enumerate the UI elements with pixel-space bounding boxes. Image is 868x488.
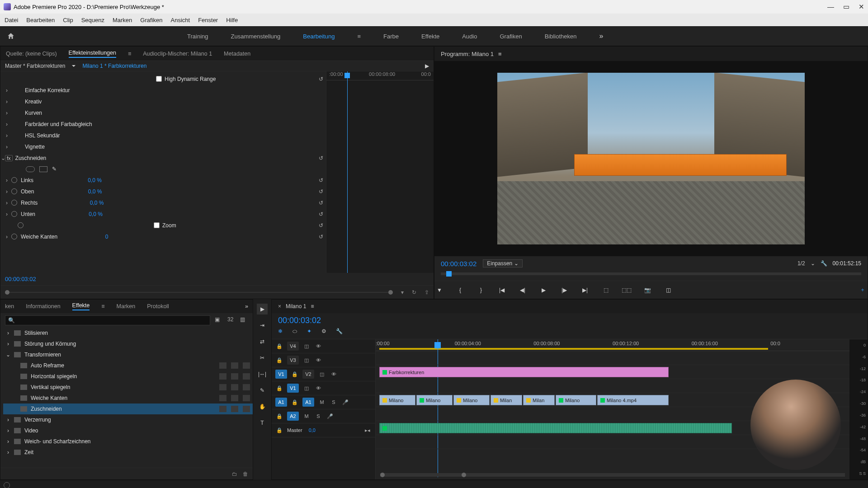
type-tool-icon[interactable]: T [257, 418, 268, 428]
tab-effects[interactable]: Effekte [72, 302, 90, 310]
wrench-icon[interactable]: 🔧 [821, 260, 827, 267]
collapse-icon[interactable]: ⌄ [0, 155, 6, 161]
tree-distort[interactable]: Verzerrung [24, 417, 51, 423]
group-vignette[interactable]: Vignette [25, 144, 45, 150]
expand-icon[interactable]: › [4, 110, 9, 116]
go-to-out-icon[interactable]: ▶| [580, 285, 590, 295]
new-bin-icon[interactable]: 🗀 [232, 471, 237, 477]
mask-ellipse-icon[interactable] [26, 166, 35, 172]
step-forward-icon[interactable]: |▶ [559, 285, 569, 295]
menu-datei[interactable]: Datei [5, 17, 18, 23]
timeline-ruler[interactable]: :00:00 00:00:04:00 00:00:08:00 00:00:12:… [376, 339, 849, 351]
go-to-in-icon[interactable]: |◀ [497, 285, 507, 295]
snap-icon[interactable]: ❄ [278, 328, 286, 336]
workspace-editing-menu-icon[interactable]: ≡ [357, 33, 361, 40]
home-icon[interactable] [6, 32, 15, 40]
tab-project-trunc[interactable]: ken [5, 303, 14, 310]
effect-vflip[interactable]: Vertikal spiegeln [31, 384, 70, 390]
timeline-timecode[interactable]: 00:00:03:02 [272, 313, 868, 328]
source-a1-label[interactable]: A1 [275, 398, 287, 407]
play-icon[interactable]: ▶ [538, 285, 548, 295]
export-frame-icon[interactable]: ⇪ [425, 289, 429, 296]
program-viewer[interactable] [434, 61, 868, 256]
expand-icon[interactable]: › [4, 121, 9, 127]
solo-button[interactable]: S [330, 399, 338, 405]
pen-tool-icon[interactable]: ✎ [257, 385, 268, 396]
track-v2-label[interactable]: V2 [302, 370, 314, 379]
expand-icon[interactable]: › [6, 427, 10, 434]
collapse-icon[interactable]: ⌄ [6, 352, 10, 358]
meter-solo[interactable]: S S [859, 471, 866, 476]
tabs-overflow-icon[interactable]: » [245, 303, 248, 310]
stopwatch-icon[interactable] [11, 234, 17, 239]
clip-video[interactable]: Milano 4.mp4 [597, 395, 669, 405]
workspace-libraries[interactable]: Bibliotheken [545, 33, 577, 40]
expand-icon[interactable]: › [6, 417, 10, 423]
expand-icon[interactable]: › [6, 438, 10, 445]
tree-time[interactable]: Zeit [24, 449, 33, 455]
hand-tool-icon[interactable]: ✋ [257, 401, 268, 412]
group-creative[interactable]: Kreativ [25, 99, 42, 105]
stopwatch-icon[interactable] [11, 211, 17, 217]
effect-crop[interactable]: Zuschneiden [31, 406, 62, 412]
toggle-output-icon[interactable]: 👁 [314, 357, 322, 363]
crop-right-value[interactable]: 0,0 % [90, 200, 104, 206]
sequence-name[interactable]: Milano 1 [286, 303, 306, 310]
step-back-icon[interactable]: ◀| [518, 285, 528, 295]
chevron-down-icon[interactable]: ⌄ [811, 260, 815, 267]
lift-icon[interactable]: ⬚ [601, 285, 611, 295]
crop-bottom-value[interactable]: 0,0 % [89, 211, 103, 217]
lock-icon[interactable]: 🔒 [275, 427, 283, 433]
menu-fenster[interactable]: Fenster [198, 17, 218, 23]
menu-sequenz[interactable]: Sequenz [81, 17, 104, 23]
track-v1-label[interactable]: V1 [287, 384, 299, 393]
workspace-color[interactable]: Farbe [383, 33, 399, 40]
expand-icon[interactable]: › [4, 188, 9, 195]
program-scrub-bar[interactable] [434, 271, 868, 281]
tree-video[interactable]: Video [24, 427, 38, 434]
group-basic[interactable]: Einfache Korrektur [25, 87, 70, 94]
close-button[interactable]: ✕ [859, 3, 864, 11]
toggle-output-icon[interactable]: 👁 [314, 343, 322, 349]
effects-search-input[interactable]: 🔍 [5, 315, 210, 325]
stopwatch-icon[interactable] [11, 188, 17, 194]
lock-icon[interactable]: 🔒 [275, 413, 283, 419]
menu-bearbeiten[interactable]: Bearbeiten [26, 17, 55, 23]
filter-accelerated-icon[interactable]: ▣ [215, 316, 223, 324]
lock-icon[interactable]: 🔒 [291, 371, 299, 377]
edge-feather-value[interactable]: 0 [105, 234, 108, 240]
program-resolution-dropdown[interactable]: 1/2 [797, 260, 805, 267]
workspace-audio[interactable]: Audio [462, 33, 477, 40]
sync-status-icon[interactable] [4, 482, 10, 488]
expand-icon[interactable]: › [4, 144, 9, 150]
selection-tool-icon[interactable]: ▶ [257, 304, 268, 314]
expand-icon[interactable]: › [4, 87, 9, 94]
voice-over-icon[interactable]: 🎤 [326, 413, 334, 419]
loop-icon[interactable]: ↻ [412, 289, 416, 296]
crop-reset-icon[interactable]: ↺ [319, 155, 323, 161]
sequence-menu-icon[interactable]: ≡ [311, 303, 314, 310]
sync-lock-icon[interactable]: ◫ [302, 385, 311, 391]
close-sequence-icon[interactable]: × [278, 303, 281, 310]
linked-selection-icon[interactable]: ⬭ [292, 328, 301, 336]
clip-video[interactable]: Milano [556, 395, 596, 405]
mute-button[interactable]: M [318, 399, 326, 405]
tab-effect-controls-menu-icon[interactable]: ≡ [128, 51, 131, 57]
minimize-button[interactable]: — [827, 3, 834, 11]
hdr-checkbox[interactable] [156, 76, 162, 82]
tab-audio-mixer[interactable]: Audioclip-Mischer: Milano 1 [143, 51, 212, 57]
stopwatch-icon[interactable] [11, 200, 17, 206]
reset-icon[interactable]: ↺ [319, 211, 323, 217]
workspace-graphics[interactable]: Grafiken [500, 33, 522, 40]
expand-icon[interactable]: › [4, 99, 9, 105]
expand-icon[interactable]: › [4, 177, 9, 183]
reset-icon[interactable]: ↺ [319, 234, 323, 240]
clip-audio[interactable] [379, 423, 732, 433]
mask-rect-icon[interactable] [39, 166, 47, 172]
expand-icon[interactable]: › [6, 341, 10, 347]
clip-video[interactable]: Milano [453, 395, 490, 405]
workspace-effects[interactable]: Effekte [421, 33, 439, 40]
lock-icon[interactable]: 🔒 [275, 357, 283, 363]
program-zoom-dropdown[interactable]: Einpassen ⌄ [483, 259, 522, 267]
tab-effect-controls[interactable]: Effekteinstellungen [69, 50, 116, 58]
